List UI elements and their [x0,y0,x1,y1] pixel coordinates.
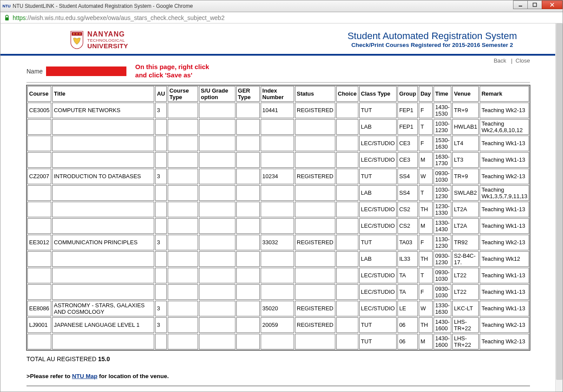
cell-status [295,119,335,135]
cell-group: LE [397,301,418,316]
cell-ger [236,284,260,300]
cell-group: TA03 [397,235,418,250]
cell-class: TUT [359,103,397,118]
cell-time: 0930-1230 [434,251,451,267]
cell-remark: Teaching Wk2-13 [480,103,529,118]
cell-class: LAB [359,251,397,267]
cell-title [52,136,154,151]
cell-status [295,218,335,234]
cell-au [155,218,167,234]
cell-remark: Teaching Wk1-13 [480,152,529,168]
cell-status [295,185,335,201]
url-scheme: https [13,14,26,21]
cell-remark: Teaching Wk2-13 [480,169,529,184]
cell-title [52,202,154,217]
cell-su [199,268,235,283]
cell-remark: Teaching Wk2-13 [480,317,529,333]
col-header: S/U Grade option [199,86,235,102]
minimize-button[interactable] [513,0,528,9]
cell-venue: HWLAB1 [452,119,479,135]
close-button[interactable] [542,0,563,9]
cell-time: 1430-1530 [434,103,451,118]
cell-ctype [168,185,198,201]
cell-group: CS2 [397,218,418,234]
cell-remark: Teaching Wk1-13 [480,268,529,283]
svg-rect-1 [533,3,537,7]
cell-au [155,152,167,168]
cell-venue: LT3 [452,152,479,168]
cell-remark: Teaching Wk2-13 [480,235,529,250]
window-buttons [513,0,563,10]
cell-ger [236,251,260,267]
cell-class: LAB [359,119,397,135]
cell-ctype [168,268,198,283]
cell-ger [236,268,260,283]
cell-remark: Teaching Wk12 [480,251,529,267]
cell-remark: Teaching Wk2-13 [480,334,529,349]
cell-status: REGISTERED [295,317,335,333]
cell-ctype [168,284,198,300]
cell-time: 1130-1230 [434,235,451,250]
cell-venue: LT2A [452,202,479,217]
cell-choice [336,103,358,118]
cell-status [295,284,335,300]
cell-ger [236,317,260,333]
window-titlebar: NTU NTU StudentLINK - Student Automated … [0,0,563,12]
close-link[interactable]: Close [516,57,530,64]
cell-course [27,218,51,234]
cell-course [27,185,51,201]
cell-class: LEC/STUDIO [359,152,397,168]
cell-au [155,185,167,201]
browser-viewport: NANYANG TECHNOLOGICAL UNIVERSITY Student… [0,23,563,392]
ntu-map-link[interactable]: NTU Map [72,373,98,379]
cell-choice [336,119,358,135]
table-row: LEC/STUDIOTAT0930-1030LT22Teaching Wk1-1… [27,268,529,283]
cell-remark: Teaching Wk1-13 [480,284,529,300]
cell-class: LEC/STUDIO [359,218,397,234]
cell-title [52,152,154,168]
cell-time: 1030-1230 [434,119,451,135]
cell-venue: LT2A [452,218,479,234]
vertical-scrollbar[interactable] [555,23,563,392]
svg-point-7 [76,33,78,35]
cell-group: CE3 [397,152,418,168]
cell-status [295,136,335,151]
cell-day: M [419,218,433,234]
cell-ctype [168,169,198,184]
back-link[interactable]: Back [493,57,506,64]
cell-status: REGISTERED [295,169,335,184]
footer-suffix: for location of the venue. [97,373,169,379]
cell-status [295,202,335,217]
cell-venue: LHS-TR+22 [452,317,479,333]
table-row: LABSS4T1030-1230SWLAB2TeachingWk1,3,5,7,… [27,185,529,201]
cell-su [199,218,235,234]
cell-course: CZ2007 [27,169,51,184]
cell-day: F [419,235,433,250]
cell-group: SS4 [397,169,418,184]
page-content: NANYANG TECHNOLOGICAL UNIVERSITY Student… [0,23,556,392]
cell-course: LJ9001 [27,317,51,333]
cell-group: 06 [397,334,418,349]
cell-choice [336,251,358,267]
cell-choice [336,136,358,151]
cell-ger [236,103,260,118]
scrollbar-thumb[interactable] [556,23,563,380]
table-header: CourseTitleAUCourse TypeS/U Grade option… [27,86,529,102]
total-au-row: TOTAL AU REGISTERED 15.0 [26,355,530,362]
cell-status [295,152,335,168]
cell-status: REGISTERED [295,103,335,118]
cell-class: TUT [359,235,397,250]
cell-index: 10234 [261,169,294,184]
cell-choice [336,169,358,184]
cell-title [52,284,154,300]
table-row: TUT06M1430-1600LHS-TR+22Teaching Wk2-13 [27,334,529,349]
cell-remark: TeachingWk2,4,6,8,10,12 [480,119,529,135]
cell-time: 1630-1730 [434,152,451,168]
total-value: 15.0 [98,355,110,362]
address-bar[interactable]: https://wish.wis.ntu.edu.sg/webexe/owa/a… [0,12,563,23]
maximize-button[interactable] [527,0,542,9]
total-label: TOTAL AU REGISTERED [26,355,98,362]
col-header: Venue [452,86,479,102]
cell-su [199,251,235,267]
cell-group: CE3 [397,136,418,151]
